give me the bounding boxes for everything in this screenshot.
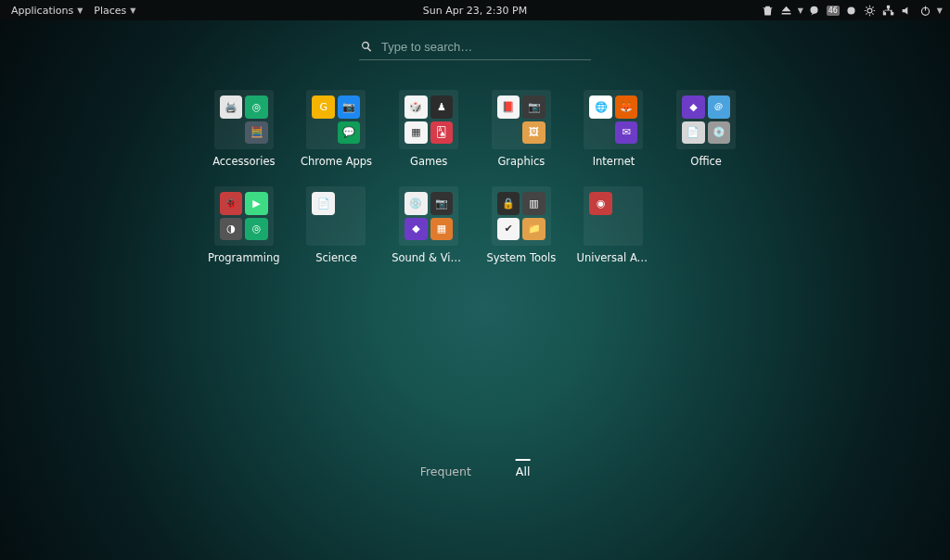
tab-frequent[interactable]: Frequent xyxy=(420,459,471,478)
chevron-down-icon: ▼ xyxy=(798,6,803,15)
category-internet[interactable]: 🌐🦊✉Internet xyxy=(576,90,652,168)
diamond-purple-icon: ◆ xyxy=(682,95,705,119)
panel-left: Applications ▼ Places ▼ xyxy=(7,3,140,19)
battery-badge-label: 46 xyxy=(827,6,840,16)
printer-icon: 🖨️ xyxy=(220,95,243,119)
blank8-icon xyxy=(615,192,638,215)
clock-label[interactable]: Sun Apr 23, 2:30 PM xyxy=(423,5,527,17)
blank10-icon xyxy=(615,218,638,241)
category-label: System Tools xyxy=(486,251,556,264)
network-icon[interactable] xyxy=(881,3,896,18)
category-system-tools[interactable]: 🔒▥✔📁System Tools xyxy=(483,186,559,264)
cards-icon: 🂡 xyxy=(430,121,454,145)
eject-icon[interactable] xyxy=(779,3,794,18)
check-red-icon: ✔ xyxy=(497,218,520,241)
svg-point-2 xyxy=(867,8,872,13)
category-label: Graphics xyxy=(497,155,545,168)
android-studio-icon: ▶ xyxy=(245,192,268,215)
blank4-icon xyxy=(589,121,612,145)
folder-tile: ◉ xyxy=(584,186,643,246)
tab-all[interactable]: All xyxy=(516,459,531,478)
category-label: Games xyxy=(410,155,447,168)
disc-icon: 💿 xyxy=(708,121,731,145)
category-programming[interactable]: 🐞▶◑◎Programming xyxy=(206,186,282,264)
mail-purple-icon: ✉ xyxy=(615,121,638,145)
category-accessories[interactable]: 🖨️◎🧮Accessories xyxy=(206,90,282,168)
weather-icon[interactable] xyxy=(844,3,859,18)
blank6-icon xyxy=(312,218,335,241)
category-science[interactable]: 📄Science xyxy=(299,186,375,264)
safe-icon: 🔒 xyxy=(497,192,520,215)
bug-red-icon: 🐞 xyxy=(220,192,243,215)
unity-icon: ◑ xyxy=(220,218,243,241)
folder-tile: 🔒▥✔📁 xyxy=(492,186,551,246)
category-universal-access[interactable]: ◉Universal Access xyxy=(576,186,652,264)
document-icon: 📄 xyxy=(312,192,335,215)
folder-tools-icon: 📁 xyxy=(522,218,546,241)
folder-tile: 📕📷🖼 xyxy=(492,90,551,149)
globe-green-icon: ◎ xyxy=(245,95,268,119)
svg-rect-4 xyxy=(883,12,886,15)
folder-tile: 💿📷◆▦ xyxy=(399,186,458,246)
category-label: Universal Access xyxy=(576,251,650,264)
firefox-icon: 🦊 xyxy=(615,95,638,119)
places-menu[interactable]: Places ▼ xyxy=(90,3,139,19)
search-input[interactable] xyxy=(381,40,589,54)
folder-tile: G📷💬 xyxy=(306,90,366,149)
battery-icon[interactable]: 46 xyxy=(826,3,841,18)
category-label: Office xyxy=(690,155,722,168)
folder-tile: 🎲♟▦🂡 xyxy=(399,90,458,149)
trash-icon[interactable] xyxy=(761,3,776,18)
applications-menu-label: Applications xyxy=(11,5,73,17)
brightness-icon[interactable] xyxy=(863,3,878,18)
category-games[interactable]: 🎲♟▦🂡Games xyxy=(391,90,467,168)
svg-rect-3 xyxy=(887,5,890,7)
chevron-down-icon: ▼ xyxy=(937,6,943,15)
svg-point-0 xyxy=(811,6,818,13)
panel-right: ▼ 46 ▼ xyxy=(761,3,943,18)
disc-white-icon: 💿 xyxy=(404,192,428,215)
applications-grid: 🖨️◎🧮AccessoriesG📷💬Chrome Apps🎲♟▦🂡Games📕📷… xyxy=(206,90,744,264)
view-tabs: Frequent All xyxy=(420,459,531,478)
grid-colors-icon: ▦ xyxy=(404,121,428,145)
chess-icon: ♟ xyxy=(430,95,454,119)
at-icon: ＠ xyxy=(708,95,731,119)
category-label: Sound & Video xyxy=(392,251,466,264)
diamond-purple2-icon: ◆ xyxy=(404,218,428,241)
folder-tile: 🖨️◎🧮 xyxy=(214,90,274,149)
hangouts-icon: 💬 xyxy=(338,121,361,145)
category-office[interactable]: ◆＠📄💿Office xyxy=(668,90,744,168)
blank2-icon xyxy=(312,121,335,145)
volume-icon[interactable] xyxy=(900,3,915,18)
chrome-icon: 🌐 xyxy=(589,95,612,119)
grid-panel-icon: ▥ xyxy=(522,192,546,215)
chevron-down-icon: ▼ xyxy=(77,6,83,15)
applications-menu[interactable]: Applications ▼ xyxy=(7,3,86,19)
folder-tile: 🐞▶◑◎ xyxy=(214,186,274,246)
category-label: Science xyxy=(315,251,357,264)
tile-orange-icon: ▦ xyxy=(430,218,454,241)
calculator-icon: 🧮 xyxy=(245,121,268,145)
dice-icon: 🎲 xyxy=(404,95,428,119)
search-icon xyxy=(361,38,372,56)
camera-icon: 📷 xyxy=(522,95,546,119)
camera-blue-icon: 📷 xyxy=(338,95,361,119)
g-icon: G xyxy=(312,95,335,119)
search-bar[interactable] xyxy=(359,34,591,60)
places-menu-label: Places xyxy=(94,5,126,17)
power-icon[interactable] xyxy=(918,3,933,18)
category-label: Programming xyxy=(208,251,280,264)
globe-green2-icon: ◎ xyxy=(245,218,268,241)
category-chrome-apps[interactable]: G📷💬Chrome Apps xyxy=(299,90,375,168)
cam-dark-icon: 📷 xyxy=(430,192,454,215)
folder-tile: ◆＠📄💿 xyxy=(676,90,736,149)
doc-icon: 📄 xyxy=(682,121,705,145)
svg-point-1 xyxy=(848,6,855,14)
category-sound-video[interactable]: 💿📷◆▦Sound & Video xyxy=(391,186,467,264)
blank5-icon xyxy=(338,192,361,215)
category-graphics[interactable]: 📕📷🖼Graphics xyxy=(483,90,559,168)
chat-bubble-icon[interactable] xyxy=(807,3,822,18)
folder-tile: 🌐🦊✉ xyxy=(584,90,643,149)
blank9-icon xyxy=(589,218,612,241)
folder-image-icon: 🖼 xyxy=(522,121,546,145)
